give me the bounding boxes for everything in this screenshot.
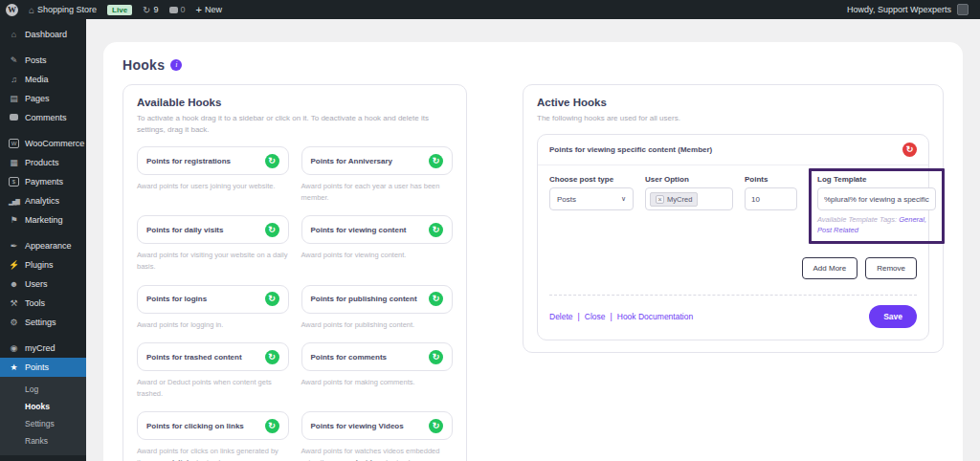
points-field: Points <box>745 175 797 210</box>
sidebar-item-label: myCred <box>25 343 56 353</box>
pages-icon: ▤ <box>9 94 19 103</box>
sidebar-item-points-settings[interactable]: Settings <box>0 415 86 432</box>
sidebar-item-hooks[interactable]: Hooks <box>0 398 86 415</box>
sidebar-item-points[interactable]: ★ Points <box>0 358 86 377</box>
activate-arrow-icon[interactable]: ↻ <box>429 292 443 306</box>
hook-card[interactable]: Points for daily visits ↻ <box>137 215 289 244</box>
hook-card[interactable]: Points for registrations ↻ <box>137 146 289 175</box>
hook-card[interactable]: Points for trashed content ↻ <box>137 342 289 371</box>
payments-icon: $ <box>9 177 19 187</box>
users-icon: ☻ <box>9 279 19 289</box>
hook-card-title: Points for trashed content <box>146 353 242 362</box>
activate-arrow-icon[interactable]: ↻ <box>429 350 443 364</box>
hook-description: Award or Deduct points when content gets… <box>137 377 289 399</box>
activate-arrow-icon[interactable]: ↻ <box>265 419 279 433</box>
account-menu[interactable]: Howdy, Support Wpexperts <box>847 4 969 15</box>
available-hooks-description: To activate a hook drag it to a sidebar … <box>137 113 453 136</box>
updates-count: 9 <box>154 5 159 14</box>
user-option-input[interactable]: × MyCred <box>645 187 733 210</box>
sidebar-item-label: Products <box>25 158 59 167</box>
active-hook-card: Points for viewing specific content (Mem… <box>537 134 929 340</box>
hook-card[interactable]: Points for Anniversary ↻ <box>301 146 454 175</box>
add-more-button[interactable]: Add More <box>802 257 858 279</box>
user-option-label: User Option <box>645 175 733 184</box>
hook-description: Award points for watches videos embedded… <box>301 446 454 461</box>
hooks-page-container: Hooks i Available Hooks To activate a ho… <box>103 42 963 461</box>
hook-card[interactable]: Points for logins ↻ <box>137 285 289 314</box>
available-hook-comments: Points for comments ↻ Award points for m… <box>301 342 454 399</box>
content-area: Hooks i Available Hooks To activate a ho… <box>86 19 980 461</box>
activate-arrow-icon[interactable]: ↻ <box>265 350 279 364</box>
site-menu[interactable]: ⌂ Shopping Store <box>29 5 97 15</box>
sidebar-item-tools[interactable]: ⚒ Tools <box>0 294 86 313</box>
available-hook-trashed-content: Points for trashed content ↻ Award or De… <box>137 342 289 399</box>
log-template-input[interactable] <box>817 187 936 210</box>
activate-arrow-icon[interactable]: ↻ <box>429 223 443 237</box>
hook-description: Award points for users joining your webs… <box>137 181 289 192</box>
hook-card[interactable]: Points for publishing content ↻ <box>301 285 454 314</box>
comments-icon <box>169 7 178 13</box>
howdy-text: Howdy, Support Wpexperts <box>847 5 951 14</box>
delete-link[interactable]: Delete <box>549 312 573 321</box>
sidebar-item-users[interactable]: ☻ Users <box>0 274 86 294</box>
sidebar-item-comments[interactable]: Comments <box>0 108 86 127</box>
activate-arrow-icon[interactable]: ↻ <box>265 292 279 306</box>
save-button[interactable]: Save <box>869 305 917 328</box>
wordpress-logo-icon[interactable]: W <box>6 4 18 16</box>
close-link[interactable]: Close <box>585 312 606 321</box>
hook-card-title: Points for logins <box>146 295 207 303</box>
hook-documentation-link[interactable]: Hook Documentation <box>617 312 693 321</box>
hook-card[interactable]: Points for viewing content ↻ <box>301 215 454 244</box>
sidebar-item-marketing[interactable]: ⚑ Marketing <box>0 210 86 230</box>
sidebar-item-settings[interactable]: ⚙ Settings <box>0 313 86 332</box>
available-hook-viewing-content: Points for viewing content ↻ Award point… <box>301 215 454 272</box>
sidebar-item-woocommerce[interactable]: W WooCommerce <box>0 134 86 153</box>
hook-card-title: Points for comments <box>311 353 388 362</box>
sidebar-item-label: Plugins <box>25 260 54 270</box>
points-input[interactable] <box>745 187 797 210</box>
active-hooks-panel: Active Hooks The following hooks are use… <box>523 84 944 353</box>
sidebar-item-media[interactable]: ♫ Media <box>0 70 86 89</box>
chip-label: MyCred <box>667 195 692 204</box>
sidebar-item-posts[interactable]: ✎ Posts <box>0 51 86 70</box>
updates-menu[interactable]: ↻ 9 <box>143 5 158 15</box>
hook-card-title: Points for registrations <box>146 157 231 165</box>
activate-arrow-icon[interactable]: ↻ <box>265 223 279 237</box>
comments-count: 0 <box>181 5 186 14</box>
sidebar-item-dashboard[interactable]: ⌂ Dashboard <box>0 25 86 44</box>
home-icon: ⌂ <box>29 5 34 15</box>
post-type-select[interactable]: Posts ∨ <box>549 187 634 210</box>
sidebar-item-analytics[interactable]: ▂▅▇ Analytics <box>0 191 86 210</box>
sidebar-item-plugins[interactable]: ⚡ Plugins <box>0 255 86 274</box>
activate-arrow-icon[interactable]: ↻ <box>429 419 443 433</box>
sidebar-item-appearance[interactable]: ✒ Appearance <box>0 236 86 255</box>
sidebar-item-log[interactable]: Log <box>0 381 86 398</box>
products-icon: ▦ <box>9 158 19 167</box>
deactivate-arrow-icon[interactable]: ↻ <box>902 143 917 157</box>
remove-chip-icon[interactable]: × <box>656 195 664 204</box>
available-hooks-title: Available Hooks <box>137 97 453 108</box>
info-icon[interactable]: i <box>170 59 182 71</box>
activate-arrow-icon[interactable]: ↻ <box>265 154 279 168</box>
new-menu[interactable]: + New <box>196 4 222 15</box>
sidebar-item-ranks[interactable]: Ranks <box>0 432 86 450</box>
hook-card[interactable]: Points for viewing Videos ↻ <box>301 411 454 440</box>
sidebar-item-mycred[interactable]: ◉ myCred <box>0 339 86 358</box>
active-hook-header[interactable]: Points for viewing specific content (Mem… <box>538 135 928 165</box>
sidebar-item-label: Media <box>25 75 49 84</box>
sidebar-item-payments[interactable]: $ Payments <box>0 172 86 191</box>
mycred-chip[interactable]: × MyCred <box>650 192 698 207</box>
available-hooks-grid: Points for registrations ↻ Award points … <box>137 146 453 461</box>
remove-button[interactable]: Remove <box>865 257 917 279</box>
hook-description: Award points for visiting your website o… <box>137 250 289 272</box>
comments-menu[interactable]: 0 <box>169 5 186 14</box>
star-icon: ★ <box>9 362 19 372</box>
plus-icon: + <box>196 4 202 15</box>
sidebar-item-products[interactable]: ▦ Products <box>0 153 86 172</box>
hook-card[interactable]: Points for comments ↻ <box>301 342 454 371</box>
sidebar-item-pages[interactable]: ▤ Pages <box>0 89 86 108</box>
sidebar-item-label: Marketing <box>25 215 63 225</box>
log-template-label: Log Template <box>817 175 936 184</box>
hook-card[interactable]: Points for clicking on links ↻ <box>137 411 289 440</box>
activate-arrow-icon[interactable]: ↻ <box>429 154 443 168</box>
